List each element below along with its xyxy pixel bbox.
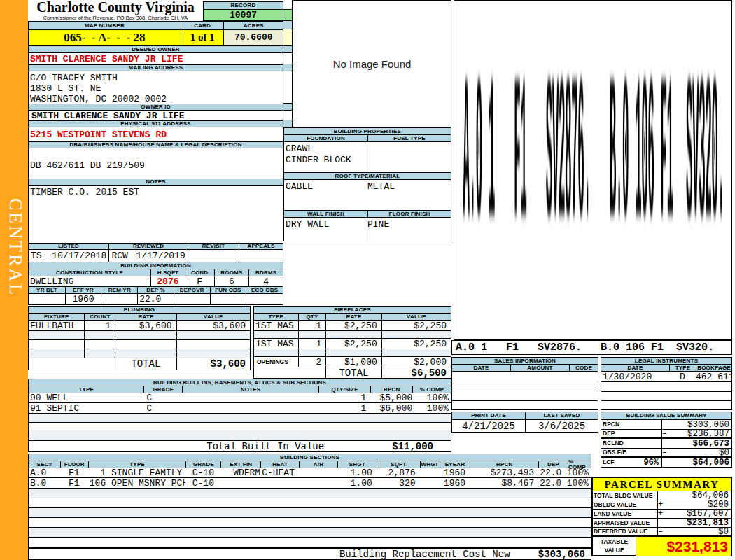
fireplaces-title: FIREPLACES [254, 307, 451, 314]
rate: $3,600 [115, 321, 176, 330]
parcel-op [658, 491, 666, 500]
type-label: TYPE [29, 386, 144, 393]
fireplace-value: $2,250 [382, 321, 451, 330]
last-saved-label: LAST SAVED [525, 412, 598, 419]
legal-type: D [669, 372, 696, 382]
print-date-label: PRINT DATE [452, 412, 525, 419]
print-info-table: PRINT DATE LAST SAVED 4/21/2025 3/6/2025 [451, 412, 598, 433]
rpcn: $8,467 [470, 478, 538, 488]
section-empty-row [29, 498, 591, 508]
built-in-row: 91 SEPTIC C 1 $6,000 100% [29, 403, 451, 414]
wall-finish-value: DRY WALL [284, 218, 368, 241]
dep-label: DEP [538, 461, 568, 468]
sections-header-row: SEC# FLOOR TYPE GRADE EXT FIN HEAT AIR S… [29, 461, 591, 468]
foundation-fuel-values: CRAWL CINDER BLOCK [284, 142, 451, 173]
fireplaces-total: $6,500 [382, 368, 451, 379]
built-in-qty: 1 [318, 403, 371, 413]
no-image-text: No Image Found [333, 58, 412, 70]
revisit-value [188, 250, 239, 262]
parcel-row: APPRAISED VALUE $231,813 [593, 519, 731, 528]
count-label: COUNT [84, 314, 115, 320]
listed-by: TS [31, 251, 42, 261]
building-value-summary-title: BUILDING VALUE SUMMARY [601, 412, 732, 420]
deeded-owner: SMITH CLARENCE SANDY JR LIFE [29, 53, 283, 64]
comp: 100% [568, 478, 591, 488]
mailing-line: WASHINGTON, DC 20002-0002 [30, 94, 283, 104]
plumbing-empty-row [29, 331, 250, 340]
dba-label: DBA/BUISNESS NAME/HOUSE NAME & LEGAL DES… [29, 141, 283, 148]
replacement-cost-label: Building Replacement Cost New [340, 549, 517, 560]
whgt [420, 478, 440, 488]
acres-label: ACRES [223, 22, 283, 29]
record-number: 10097 [204, 10, 283, 20]
built-ins-total-row: Total Built In Value $11,000 [29, 441, 451, 452]
print-value-row: 4/21/2025 3/6/2025 [452, 420, 598, 432]
built-in-notes [182, 403, 318, 413]
rem-yr-label: REM YR [101, 287, 137, 293]
built-ins-table: BUILDING BUILT INS, BASEMENTS, ATTICS & … [28, 379, 451, 452]
sec: A.0 [29, 468, 60, 477]
section-empty-row [29, 538, 591, 547]
built-ins-total-label: Total Built In Value [206, 441, 346, 452]
whgt [420, 468, 440, 477]
parcel-label: OBLDG VALUE [593, 500, 658, 509]
eco-obs-label: ECO OBS [246, 287, 283, 293]
map-number-label: MAP NUMBER [29, 22, 181, 29]
year-value-row: 1960 22.0 [29, 294, 283, 305]
fixture-label: FIXTURE [29, 314, 84, 320]
parcel-value: $200 [666, 500, 731, 509]
plumbing-table: PLUMBING FIXTURE COUNT RATE VALUE FULLBA… [28, 306, 251, 370]
qty-label: QTY [298, 314, 326, 320]
built-in-qty: 1 [318, 393, 371, 402]
built-in-grade: C [144, 403, 182, 413]
parcel-op: – [658, 528, 666, 536]
parcel-op: + [658, 510, 666, 518]
map-card-acres: MAP NUMBER CARD ACRES 065- - A- - - 28 1… [28, 21, 284, 46]
bvs-label-text: LCF [603, 459, 615, 465]
rooms-label: ROOMS [214, 270, 249, 276]
depovr [174, 294, 210, 304]
bvs-value: $236,387 [669, 430, 732, 438]
reviewed-value: RCW1/17/2019 [108, 250, 187, 262]
floor-finish-label: FLOOR FINISH [368, 211, 451, 217]
floor: F1 [60, 468, 88, 477]
foundation-label: FOUNDATION [284, 135, 368, 141]
taxable-value-label: TAXABLE VALUE [593, 537, 636, 556]
building-sections-title: BUILDING SECTIONS [29, 454, 591, 461]
built-in-empty-row [29, 423, 451, 430]
sales-information-table: SALES INFORMATION DATE AMOUNT CODE [451, 357, 598, 410]
physical-address: 5215 WESTPOINT STEVENS RD [29, 127, 283, 141]
legal-empty-row [601, 392, 732, 401]
building-properties-table: BUILDING PROPERTIES FOUNDATION FUEL TYPE… [284, 127, 451, 241]
fun-obs [210, 294, 246, 304]
sqft: 320 [377, 478, 420, 488]
dep-pct: 22.0 [137, 294, 174, 304]
legal-instruments-table: LEGAL INSTRUMENTS DATE TYPE BOOKPAGE 1/3… [601, 357, 732, 410]
heat-label: HEAT [260, 461, 299, 468]
plumbing-title: PLUMBING [29, 307, 250, 314]
print-date: 4/21/2025 [452, 420, 525, 432]
section-empty-row [29, 489, 591, 498]
owner-id-label: OWNER ID [29, 104, 283, 111]
bvs-op [661, 439, 669, 448]
bvs-op: – [661, 449, 669, 456]
plumbing-total-label: TOTAL [115, 358, 176, 370]
comp-label: % COMP [412, 386, 451, 393]
fireplaces-total-label: TOTAL [326, 368, 381, 379]
fireplace-openings-label: OPENINGS [254, 357, 298, 367]
plumbing-empty-row [29, 349, 250, 358]
legal-instrument-row: 1/30/2020 D 462 611 [601, 372, 732, 382]
fireplace-empty-row [254, 331, 451, 339]
yr-blt [29, 294, 65, 304]
legal-empty-row [601, 401, 732, 410]
style-header-row: CONSTRUCTION STYLE H SQFT COND ROOMS BDR… [29, 270, 283, 276]
floor-finish-value: PINE [368, 218, 451, 241]
built-in-comp: 100% [412, 403, 451, 413]
built-in-type: 90 WELL [29, 393, 144, 402]
physical-address-label: PHYSICAL 911 ADDRESS [29, 120, 283, 127]
owner-stack: DEEDED OWNER SMITH CLARENCE SANDY JR LIF… [28, 46, 284, 305]
bvs-row: DEP – $236,387 [601, 430, 732, 439]
rate-label: RATE [326, 314, 381, 320]
value-label: VALUE [176, 314, 250, 320]
shgt: 1.00 [337, 478, 377, 488]
